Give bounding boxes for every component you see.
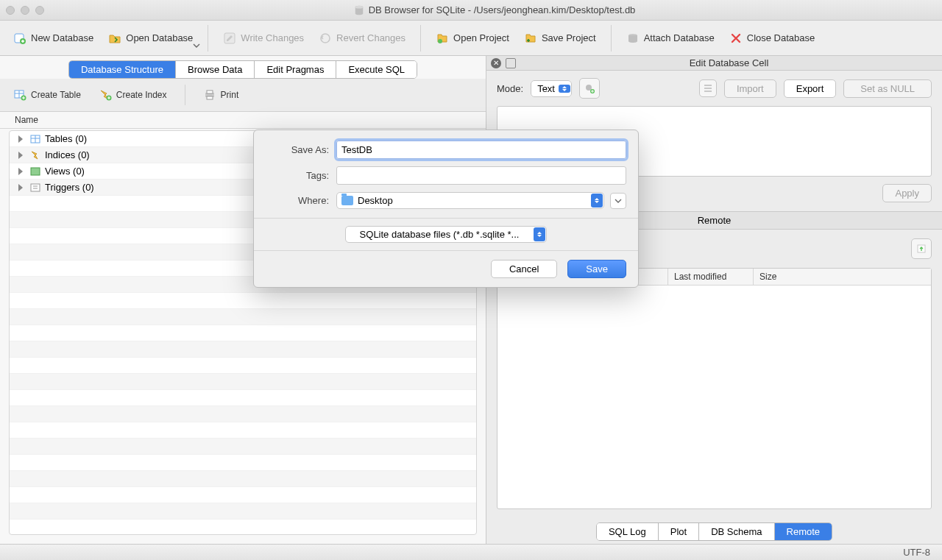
- tree-empty-row: [10, 374, 476, 390]
- close-database-button[interactable]: Close Database: [722, 29, 823, 48]
- saveas-input[interactable]: [336, 141, 626, 159]
- col-size[interactable]: Size: [754, 269, 931, 285]
- set-null-button[interactable]: Set as NULL: [843, 79, 932, 98]
- open-database-button[interactable]: Open Database: [101, 29, 200, 48]
- tab-execute-sql[interactable]: Execute SQL: [336, 61, 417, 78]
- tree-empty-row: [10, 358, 476, 374]
- open-project-icon: [436, 32, 449, 45]
- indent-button[interactable]: [699, 79, 717, 97]
- where-select[interactable]: Desktop: [336, 192, 604, 209]
- toolbar-separator: [208, 25, 208, 52]
- new-database-button[interactable]: New Database: [6, 29, 101, 48]
- main-toolbar: New Database Open Database Write Changes…: [0, 21, 942, 56]
- close-db-icon: [729, 32, 743, 45]
- minimize-window-icon[interactable]: [21, 6, 29, 15]
- toolbar-separator: [420, 25, 421, 52]
- tree-empty-row: [10, 455, 476, 471]
- disclosure-icon[interactable]: [18, 168, 23, 175]
- print-button[interactable]: Print: [203, 88, 239, 102]
- tab-db-schema[interactable]: DB Schema: [699, 523, 774, 540]
- tree-column-name[interactable]: Name: [0, 112, 486, 129]
- tab-plot[interactable]: Plot: [659, 523, 699, 540]
- select-arrows-icon: [559, 85, 570, 93]
- svg-rect-15: [31, 168, 40, 175]
- structure-toolbar: Create Table Create Index Print: [0, 79, 486, 112]
- folder-icon: [341, 196, 353, 205]
- mode-label: Mode:: [497, 83, 523, 94]
- filetype-select[interactable]: SQLite database files (*.db *.sqlite *..…: [345, 226, 547, 243]
- tab-browse-data[interactable]: Browse Data: [176, 61, 255, 78]
- cancel-button[interactable]: Cancel: [491, 260, 557, 278]
- save-project-button[interactable]: Save Project: [517, 29, 603, 48]
- tab-database-structure[interactable]: Database Structure: [69, 61, 176, 78]
- svg-point-17: [586, 85, 592, 91]
- panel-detach-icon[interactable]: [506, 58, 516, 68]
- col-modified[interactable]: Last modified: [668, 269, 754, 285]
- cell-controls: Mode: Text Import Export Set as NULL: [486, 71, 942, 106]
- select-arrows-icon: [534, 227, 545, 241]
- toolbar-separator: [611, 25, 612, 52]
- status-bar: UTF-8: [0, 544, 942, 560]
- tree-empty-row: [10, 309, 476, 325]
- table-icon: [30, 134, 40, 144]
- svg-rect-16: [31, 184, 40, 191]
- mode-select[interactable]: Text: [531, 83, 572, 94]
- tab-remote[interactable]: Remote: [775, 523, 832, 540]
- create-index-button[interactable]: Create Index: [99, 88, 167, 102]
- revert-changes-icon: [319, 32, 332, 45]
- saveas-label: Save As:: [266, 144, 329, 155]
- create-table-icon: [13, 88, 26, 102]
- remote-push-button[interactable]: [911, 238, 932, 259]
- svg-point-1: [355, 5, 363, 8]
- svg-rect-12: [207, 91, 213, 93]
- window-title: DB Browser for SQLite - /Users/jeonghean…: [369, 4, 636, 15]
- bottom-tabs: SQL Log Plot DB Schema Remote: [596, 522, 832, 541]
- window-controls: [6, 6, 44, 15]
- open-database-dropdown-icon[interactable]: [193, 42, 200, 49]
- panel-close-icon[interactable]: ✕: [491, 58, 501, 68]
- cell-format-button[interactable]: [579, 78, 600, 99]
- tags-label: Tags:: [266, 170, 329, 181]
- save-dialog: Save As: Tags: Where: Desktop: [253, 130, 639, 288]
- tree-empty-row: [10, 487, 476, 503]
- tree-empty-row: [10, 471, 476, 487]
- tree-empty-row: [10, 406, 476, 422]
- revert-changes-button: Revert Changes: [311, 29, 413, 48]
- save-button[interactable]: Save: [567, 260, 626, 278]
- tree-empty-row: [10, 503, 476, 520]
- index-icon: [30, 150, 40, 160]
- indent-icon: [703, 83, 713, 93]
- cell-panel-title: Edit Database Cell: [520, 57, 938, 68]
- open-project-button[interactable]: Open Project: [428, 29, 517, 48]
- tree-empty-row: [10, 439, 476, 455]
- remote-table-body[interactable]: [497, 286, 931, 508]
- tree-empty-row: [10, 390, 476, 406]
- import-button[interactable]: Import: [724, 79, 776, 98]
- write-changes-button: Write Changes: [216, 29, 311, 48]
- create-index-icon: [99, 88, 112, 102]
- chevron-down-icon: [615, 197, 622, 205]
- tree-empty-row: [10, 293, 476, 309]
- toolbar-separator: [185, 85, 185, 105]
- where-label: Where:: [266, 195, 329, 206]
- disclosure-icon[interactable]: [18, 135, 23, 143]
- export-button[interactable]: Export: [784, 79, 837, 98]
- tab-sql-log[interactable]: SQL Log: [597, 523, 659, 540]
- create-table-button[interactable]: Create Table: [13, 88, 81, 102]
- attach-database-button[interactable]: Attach Database: [619, 29, 722, 48]
- tab-edit-pragmas[interactable]: Edit Pragmas: [255, 61, 336, 78]
- view-icon: [30, 166, 40, 177]
- zoom-window-icon[interactable]: [35, 6, 44, 15]
- new-db-icon: [13, 32, 26, 45]
- disclosure-icon[interactable]: [18, 152, 23, 159]
- apply-button[interactable]: Apply: [882, 184, 932, 202]
- encoding-label: UTF-8: [903, 547, 930, 558]
- database-icon: [354, 5, 364, 15]
- tags-input[interactable]: [336, 166, 626, 185]
- svg-rect-13: [207, 96, 213, 99]
- gear-plus-icon: [584, 82, 595, 94]
- close-window-icon[interactable]: [6, 6, 15, 15]
- expand-save-dialog-button[interactable]: [610, 193, 626, 209]
- write-changes-icon: [223, 32, 236, 45]
- disclosure-icon[interactable]: [18, 184, 23, 191]
